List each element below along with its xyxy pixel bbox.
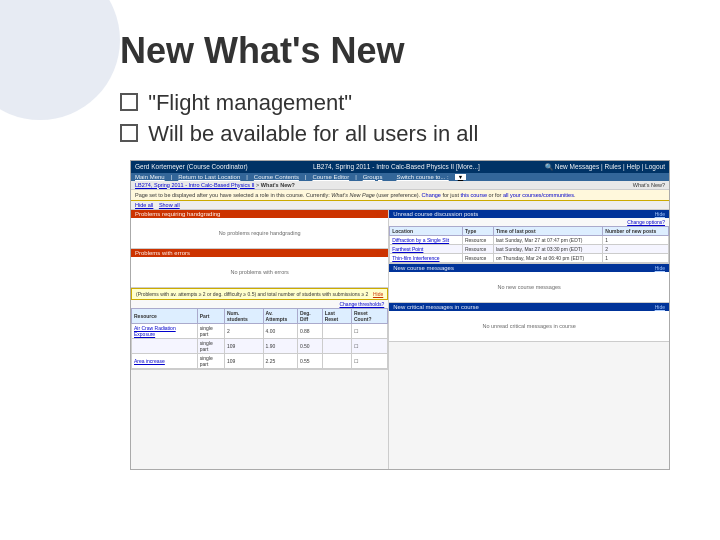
- col-new-posts: Number of new posts: [603, 226, 669, 235]
- resource-link-3[interactable]: Area increase: [134, 358, 165, 364]
- difficulty-change-thresholds[interactable]: Change thresholds?: [131, 300, 388, 308]
- cell-reset-2: [322, 338, 351, 353]
- col-part: Part: [197, 308, 224, 323]
- cell-time-1: last Sunday, Mar 27 at 07:47 pm (EDT): [493, 235, 602, 244]
- messages-content: No new course messages: [389, 272, 669, 302]
- checkbox-icon-1: [120, 93, 138, 111]
- difficulty-header-bar: (Problems with av. attempts ≥ 2 or deg. …: [131, 288, 388, 300]
- table-row: Thin-film Interference Resource on Thurs…: [390, 253, 669, 262]
- critical-hide-link[interactable]: Hide: [655, 304, 665, 310]
- cell-type-2: Resource: [462, 244, 493, 253]
- table-row: Air Craw Radiation Exposure single part …: [132, 323, 388, 338]
- messages-section: New course messages Hide No new course m…: [389, 264, 669, 303]
- difficulty-title: (Problems with av. attempts ≥ 2 or deg. …: [136, 291, 368, 297]
- cell-diff-3: 0.55: [297, 353, 322, 368]
- show-all-link[interactable]: Show all: [159, 202, 180, 208]
- right-panel: Unread course discussion posts Hide Chan…: [389, 210, 669, 470]
- errors-no-items: No problems with errors: [230, 269, 288, 275]
- page-title: New What's New: [120, 30, 680, 72]
- page-info-text: Page set to be displayed after you have …: [135, 192, 575, 198]
- table-row: Diffraction by a Single Slit Resource la…: [390, 235, 669, 244]
- handgrading-section: Problems requiring handgrading Hide No p…: [131, 210, 388, 249]
- cell-part-3: single part: [197, 353, 224, 368]
- discussion-section: Unread course discussion posts Hide Chan…: [389, 210, 669, 264]
- table-row: Area increase single part 109 2.25 0.55 …: [132, 353, 388, 368]
- handgrading-title: Problems requiring handgrading: [135, 211, 220, 217]
- cell-loc-2: Farthest Point: [390, 244, 463, 253]
- handgrading-header: Problems requiring handgrading Hide: [131, 210, 388, 218]
- nav-switch-dropdown[interactable]: ▼: [455, 174, 466, 180]
- cell-reset-1: [322, 323, 351, 338]
- cell-part-2: single part: [197, 338, 224, 353]
- cell-time-3: on Thursday, Mar 24 at 06:40 pm (EDT): [493, 253, 602, 262]
- table-row: single part 109 1.90 0.50 ☐: [132, 338, 388, 353]
- messages-hide-link[interactable]: Hide: [655, 265, 665, 271]
- messages-header: New course messages Hide: [389, 264, 669, 272]
- discussion-link-2[interactable]: Farthest Point: [392, 246, 423, 252]
- difficulty-section: (Problems with av. attempts ≥ 2 or deg. …: [131, 288, 388, 370]
- discussion-link-1[interactable]: Diffraction by a Single Slit: [392, 237, 449, 243]
- subtitle-line-2: Will be available for all users in all: [120, 119, 680, 150]
- nav-main-menu[interactable]: Main Menu: [135, 174, 165, 180]
- nav-return[interactable]: Return to Last Location: [178, 174, 240, 180]
- cell-count-d2: 2: [603, 244, 669, 253]
- lms-user-info: Gerd Kortemeyer (Course Coordinator): [135, 163, 248, 170]
- change-options-link[interactable]: Change options?: [627, 219, 665, 225]
- change-this-course-link[interactable]: Change: [422, 192, 441, 198]
- difficulty-table: Resource Part Num. students Av. Attempts…: [131, 308, 388, 369]
- checkbox-icon-2: [120, 124, 138, 142]
- nav-course-editor[interactable]: Course Editor: [312, 174, 349, 180]
- cell-count-d3: 1: [603, 253, 669, 262]
- col-deg-diff: Deg. Diff: [297, 308, 322, 323]
- hide-all-link[interactable]: Hide all: [135, 202, 153, 208]
- cell-count-d1: 1: [603, 235, 669, 244]
- breadcrumb-current: What's New?: [261, 182, 295, 188]
- col-av-attempts: Av. Attempts: [263, 308, 297, 323]
- col-num-students: Num. students: [224, 308, 263, 323]
- breadcrumb: LB274, Spring 2011 - Intro Calc-Based Ph…: [135, 182, 295, 188]
- cell-resource-2: [132, 338, 198, 353]
- all-courses-link[interactable]: all your courses/communities: [503, 192, 574, 198]
- critical-content: No unread critical messages in course: [389, 311, 669, 341]
- errors-hide-link[interactable]: Hide: [374, 250, 384, 256]
- messages-title: New course messages: [393, 265, 454, 271]
- cell-diff-2: 0.50: [297, 338, 322, 353]
- lms-body: Problems requiring handgrading Hide No p…: [131, 210, 669, 470]
- discussion-hide-link[interactable]: Hide: [655, 211, 665, 217]
- errors-section: Problems with errors Hide No problems wi…: [131, 249, 388, 288]
- cell-resource-3: Area increase: [132, 353, 198, 368]
- messages-no-items: No new course messages: [497, 284, 560, 290]
- col-time-post: Time of last post: [493, 226, 602, 235]
- nav-groups[interactable]: Groups: [363, 174, 383, 180]
- cell-count-2[interactable]: ☐: [351, 338, 387, 353]
- this-course-link[interactable]: this course: [460, 192, 487, 198]
- cell-count-3[interactable]: ☐: [351, 353, 387, 368]
- resource-link-1[interactable]: Air Craw Radiation Exposure: [134, 325, 176, 337]
- discussion-table: Location Type Time of last post Number o…: [389, 226, 669, 263]
- critical-no-items: No unread critical messages in course: [482, 323, 575, 329]
- cell-attempts-2: 1.90: [263, 338, 297, 353]
- discussion-change-options[interactable]: Change options?: [389, 218, 669, 226]
- lms-nav-bar[interactable]: Main Menu | Return to Last Location | Co…: [131, 173, 669, 181]
- cell-attempts-1: 4.00: [263, 323, 297, 338]
- critical-title: New critical messages in course: [393, 304, 479, 310]
- errors-header: Problems with errors Hide: [131, 249, 388, 257]
- breadcrumb-course-link[interactable]: LB274, Spring 2011 - Intro Calc-Based Ph…: [135, 182, 255, 188]
- col-last-reset: Last Reset: [322, 308, 351, 323]
- cell-count-1[interactable]: ☐: [351, 323, 387, 338]
- difficulty-hide-link[interactable]: Hide: [373, 291, 383, 297]
- handgrading-hide-link[interactable]: Hide: [374, 211, 384, 217]
- cell-time-2: last Sunday, Mar 27 at 03:30 pm (EDT): [493, 244, 602, 253]
- left-panel: Problems requiring handgrading Hide No p…: [131, 210, 389, 470]
- breadcrumb-right-label: What's New?: [633, 182, 665, 188]
- lms-header-links: 🔍 New Messages | Rules | Help | Logout: [545, 163, 665, 171]
- change-thresholds-link[interactable]: Change thresholds?: [339, 301, 384, 307]
- col-resource: Resource: [132, 308, 198, 323]
- cell-type-1: Resource: [462, 235, 493, 244]
- discussion-link-3[interactable]: Thin-film Interference: [392, 255, 439, 261]
- cell-students-2: 109: [224, 338, 263, 353]
- cell-resource-1: Air Craw Radiation Exposure: [132, 323, 198, 338]
- nav-course-contents[interactable]: Course Contents: [254, 174, 299, 180]
- critical-section: New critical messages in course Hide No …: [389, 303, 669, 342]
- lms-screenshot: Gerd Kortemeyer (Course Coordinator) LB2…: [130, 160, 670, 470]
